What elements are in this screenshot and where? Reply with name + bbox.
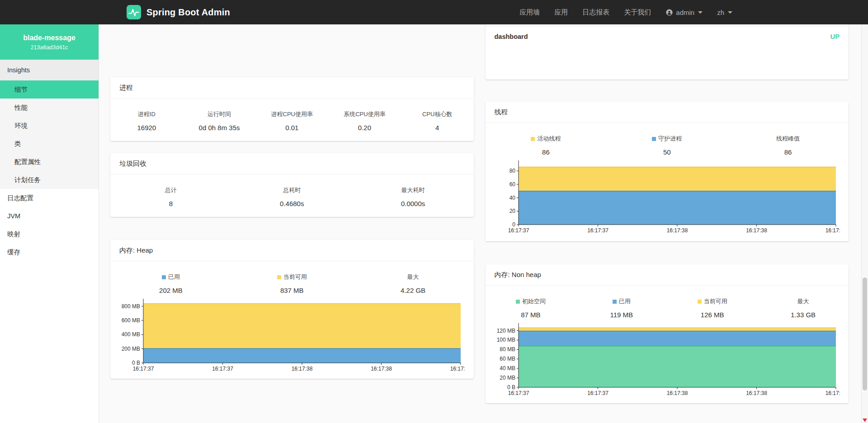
legend-label: 初始空间 bbox=[486, 297, 576, 306]
svg-text:16:17:38: 16:17:38 bbox=[292, 366, 313, 372]
legend-item: 最大 1.33 GB bbox=[758, 297, 849, 319]
sidebar-insights-group: 细节 性能 环境 类 配置属性 计划任务 bbox=[0, 80, 99, 189]
nav-item-about[interactable]: 关于我们 bbox=[624, 8, 651, 17]
lang-label: zh bbox=[717, 9, 724, 16]
sidebar-item-details[interactable]: 细节 bbox=[0, 80, 99, 99]
sidebar-item-cache[interactable]: 缓存 bbox=[0, 243, 99, 261]
stat-value: 0.0000s bbox=[353, 200, 474, 207]
stat-label: 进程CPU使用率 bbox=[255, 110, 328, 118]
svg-text:16:17:37: 16:17:37 bbox=[587, 227, 609, 234]
legend-label: 最大 bbox=[758, 297, 849, 306]
stat-gc-total-time: 总耗时 0.4680s bbox=[231, 186, 353, 207]
card-title: 进程 bbox=[110, 77, 474, 99]
legend-value: 50 bbox=[606, 148, 727, 156]
svg-text:400 MB: 400 MB bbox=[122, 331, 140, 338]
svg-text:600 MB: 600 MB bbox=[122, 317, 140, 324]
sidebar-item-environment[interactable]: 环境 bbox=[0, 117, 99, 135]
legend-color-swatch bbox=[516, 300, 520, 304]
svg-text:60 MB: 60 MB bbox=[500, 356, 515, 362]
threads-card: 线程 活动线程 86 守护进程 50 bbox=[486, 102, 849, 241]
instance-row[interactable]: dashboard UP bbox=[486, 26, 849, 47]
heap-legend: 已用 202 MB 当前可用 837 MB 最大 bbox=[110, 261, 474, 294]
stat-value: 4 bbox=[401, 124, 474, 132]
sidebar: blade-message 213a6ad3d41c Insights 细节 性… bbox=[0, 24, 99, 423]
stat-uptime: 运行时间 0d 0h 8m 35s bbox=[183, 110, 256, 132]
svg-text:16:17:38: 16:17:38 bbox=[371, 366, 392, 372]
svg-text:0 B: 0 B bbox=[132, 360, 140, 366]
instance-header: blade-message 213a6ad3d41c bbox=[0, 24, 99, 60]
sidebar-item-jvm[interactable]: JVM bbox=[0, 207, 99, 225]
sidebar-item-performance[interactable]: 性能 bbox=[0, 99, 99, 117]
stat-process-cpu: 进程CPU使用率 0.01 bbox=[255, 110, 328, 132]
brand-title: Spring Boot Admin bbox=[146, 7, 230, 18]
chevron-down-icon bbox=[728, 11, 732, 14]
svg-text:60: 60 bbox=[509, 181, 515, 188]
card-title: 垃圾回收 bbox=[110, 153, 474, 174]
brand[interactable]: Spring Boot Admin bbox=[127, 5, 230, 19]
lang-menu[interactable]: zh bbox=[717, 9, 732, 16]
sidebar-item-log-config[interactable]: 日志配置 bbox=[0, 189, 99, 207]
legend-item: 已用 119 MB bbox=[576, 297, 667, 319]
svg-text:0 B: 0 B bbox=[507, 384, 515, 390]
card-title: 线程 bbox=[486, 102, 849, 123]
svg-text:16:17:38: 16:17:38 bbox=[666, 390, 688, 396]
legend-item: 当前可用 126 MB bbox=[667, 297, 758, 319]
svg-text:16:17:39: 16:17:39 bbox=[825, 390, 840, 396]
stat-value: 0d 0h 8m 35s bbox=[183, 124, 256, 132]
header-bar: Spring Boot Admin 应用墙 应用 日志报表 关于我们 admin… bbox=[0, 0, 868, 24]
svg-text:80: 80 bbox=[509, 168, 515, 174]
svg-text:16:17:37: 16:17:37 bbox=[587, 390, 609, 396]
stat-system-cpu: 系统CPU使用率 0.20 bbox=[328, 110, 401, 132]
svg-text:16:17:37: 16:17:37 bbox=[508, 390, 529, 396]
legend-value: 202 MB bbox=[110, 287, 231, 294]
legend-label: 当前可用 bbox=[231, 273, 353, 281]
stat-cpu-cores: CPU核心数 4 bbox=[401, 110, 474, 132]
legend-label: 守护进程 bbox=[606, 135, 727, 143]
stat-value: 16920 bbox=[110, 124, 183, 132]
svg-text:16:17:37: 16:17:37 bbox=[212, 366, 233, 372]
stat-label: 进程ID bbox=[110, 110, 183, 118]
svg-text:200 MB: 200 MB bbox=[122, 346, 140, 352]
legend-item: 当前可用 837 MB bbox=[231, 273, 353, 294]
stat-value: 0.20 bbox=[328, 124, 401, 132]
gc-stats: 总计 8 总耗时 0.4680s 最大耗时 0.0000s bbox=[110, 174, 474, 207]
sidebar-item-scheduled-tasks[interactable]: 计划任务 bbox=[0, 171, 99, 189]
legend-value: 119 MB bbox=[576, 311, 667, 319]
svg-text:80 MB: 80 MB bbox=[500, 346, 515, 352]
svg-text:16:17:37: 16:17:37 bbox=[133, 366, 154, 372]
svg-text:16:17:39: 16:17:39 bbox=[825, 227, 840, 234]
main-content: 进程 进程ID 16920 运行时间 0d 0h 8m 35s 进程CPU使用率… bbox=[99, 24, 861, 423]
sidebar-item-mappings[interactable]: 映射 bbox=[0, 225, 99, 243]
status-badge: UP bbox=[830, 33, 840, 40]
sidebar-item-config-properties[interactable]: 配置属性 bbox=[0, 153, 99, 171]
threads-legend: 活动线程 86 守护进程 50 线程峰值 bbox=[486, 123, 849, 156]
nav-item-journal[interactable]: 日志报表 bbox=[582, 8, 609, 17]
instance-name: dashboard bbox=[495, 33, 528, 40]
scroll-position-marker bbox=[863, 418, 867, 422]
header-nav: 应用墙 应用 日志报表 关于我们 admin zh bbox=[519, 8, 868, 17]
app-name: blade-message bbox=[23, 34, 75, 42]
nav-item-applications[interactable]: 应用 bbox=[554, 8, 568, 17]
svg-text:16:17:38: 16:17:38 bbox=[746, 227, 767, 234]
legend-label: 已用 bbox=[110, 273, 231, 281]
scrollbar-thumb[interactable] bbox=[863, 277, 867, 390]
nav-item-wall[interactable]: 应用墙 bbox=[519, 8, 540, 17]
nonheap-memory-card: 内存: Non heap 初始空间 87 MB 已用 bbox=[486, 264, 849, 403]
svg-text:16:17:38: 16:17:38 bbox=[746, 390, 767, 396]
vertical-scrollbar[interactable] bbox=[861, 24, 868, 423]
legend-value: 86 bbox=[727, 148, 849, 156]
legend-item: 活动线程 86 bbox=[486, 135, 607, 156]
legend-value: 87 MB bbox=[486, 311, 576, 319]
sidebar-item-classes[interactable]: 类 bbox=[0, 135, 99, 153]
svg-text:16:17:39: 16:17:39 bbox=[450, 366, 465, 372]
stat-label: CPU核心数 bbox=[401, 110, 474, 118]
sidebar-section-insights[interactable]: Insights bbox=[0, 60, 99, 80]
stat-label: 总计 bbox=[110, 186, 231, 194]
user-menu[interactable]: admin bbox=[665, 9, 703, 16]
heap-memory-chart: 0 B200 MB400 MB600 MB800 MB16:17:3716:17… bbox=[119, 297, 465, 374]
svg-text:20 MB: 20 MB bbox=[500, 375, 515, 381]
nonheap-memory-chart: 0 B20 MB40 MB60 MB80 MB100 MB120 MB16:17… bbox=[495, 321, 840, 398]
legend-color-swatch bbox=[652, 137, 656, 141]
svg-text:120 MB: 120 MB bbox=[496, 328, 515, 334]
legend-label: 线程峰值 bbox=[727, 135, 849, 143]
